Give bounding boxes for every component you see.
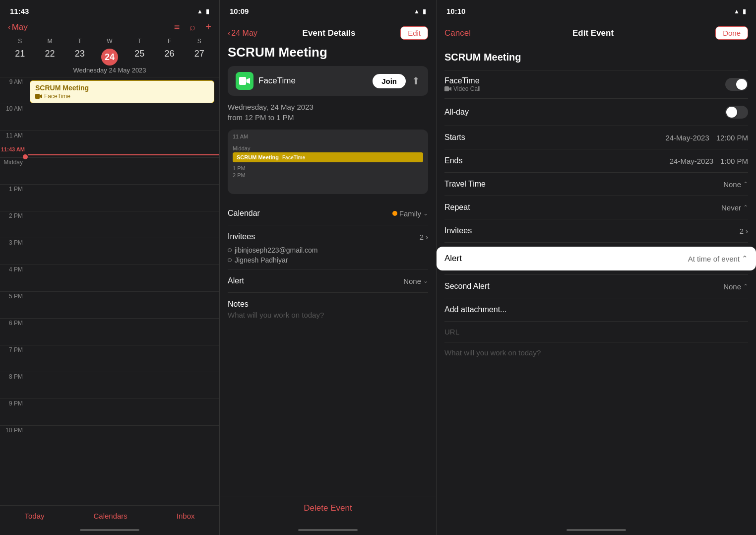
invitees-edit-row[interactable]: Invitees 2 › xyxy=(444,219,748,243)
event-name-field[interactable]: SCRUM Meeting xyxy=(444,45,748,70)
status-bar-p1: 11:43 ▲ ▮ xyxy=(0,0,219,19)
edit-event-title: Edit Event xyxy=(572,28,614,38)
allday-row: All-day xyxy=(444,99,748,126)
ends-row[interactable]: Ends 24-May-2023 1:00 PM xyxy=(444,149,748,173)
edit-event-form: SCRUM Meeting FaceTime Video Call All-da… xyxy=(437,45,756,363)
allday-toggle[interactable] xyxy=(725,106,748,119)
starts-row[interactable]: Starts 24-May-2023 12:00 PM xyxy=(444,126,748,149)
second-alert-row[interactable]: Second Alert None ⌃ xyxy=(444,275,748,298)
calendar-color-dot xyxy=(392,211,397,216)
scrum-meeting-event[interactable]: SCRUM Meeting FaceTime xyxy=(30,80,214,103)
event-time-range: from 12 PM to 1 PM xyxy=(228,113,428,122)
add-event-icon[interactable]: + xyxy=(205,21,211,33)
edit-event-panel: 10:10 ▲ ▮ Cancel Edit Event Done SCRUM M… xyxy=(437,0,756,535)
notes-label: Notes xyxy=(228,300,428,309)
wifi-icon-p2: ▲ xyxy=(414,8,420,15)
time-p2: 10:09 xyxy=(230,7,249,15)
week-dates: 21 22 23 24 25 26 27 xyxy=(0,47,219,67)
invitees-info-row[interactable]: Invitees 2 › xyxy=(228,225,428,243)
calendar-panel: 11:43 ▲ ▮ ‹ May ≡ ⌕ + S M T W T F S 21 2… xyxy=(0,0,220,535)
alert-info-row[interactable]: Alert None ⌄ xyxy=(228,269,428,293)
facetime-label: FaceTime xyxy=(258,76,296,86)
svg-rect-4 xyxy=(444,86,449,91)
edit-button[interactable]: Edit xyxy=(400,26,428,40)
battery-icon-p1: ▮ xyxy=(206,8,209,15)
event-details-panel: 10:09 ▲ ▮ ‹ 24 May Event Details Edit SC… xyxy=(220,0,437,535)
done-button[interactable]: Done xyxy=(715,26,748,40)
event-date: Wednesday, 24 May 2023 xyxy=(228,103,428,111)
svg-rect-2 xyxy=(239,77,246,85)
share-icon[interactable]: ⬆ xyxy=(412,75,420,87)
inbox-tab[interactable]: Inbox xyxy=(177,512,195,520)
event-details-content: SCRUM Meeting FaceTime Join ⬆ Wednesday,… xyxy=(220,45,436,319)
mini-time-midday: Midday xyxy=(233,145,423,151)
back-button-p2[interactable]: ‹ 24 May xyxy=(228,29,257,38)
calendar-info-row: Calendar Family ⌄ xyxy=(228,202,428,225)
battery-icon-p2: ▮ xyxy=(423,8,426,15)
join-button[interactable]: Join xyxy=(373,74,406,88)
invitee-2: Jignesh Padhiyar xyxy=(228,255,428,265)
home-indicator-p3 xyxy=(567,529,626,531)
status-bar-p3: 10:10 ▲ ▮ xyxy=(437,0,756,19)
facetime-edit-row: FaceTime Video Call xyxy=(444,70,748,99)
facetime-row: FaceTime Join ⬆ xyxy=(228,66,428,96)
repeat-row[interactable]: Repeat Never ⌃ xyxy=(444,196,748,219)
week-day-headers: S M T W T F S xyxy=(0,36,219,47)
mini-time-11am: 11 AM xyxy=(233,134,423,139)
cancel-button[interactable]: Cancel xyxy=(444,28,471,38)
wifi-icon-p3: ▲ xyxy=(734,8,740,15)
event-title-p2: SCRUM Meeting xyxy=(228,45,428,60)
time-p3: 10:10 xyxy=(446,7,465,15)
home-indicator-p2 xyxy=(298,529,358,531)
calendar-nav: ‹ May ≡ ⌕ + xyxy=(0,19,219,36)
wifi-icon-p1: ▲ xyxy=(197,8,203,15)
travel-time-row[interactable]: Travel Time None ⌃ xyxy=(444,173,748,196)
battery-icon-p3: ▮ xyxy=(743,8,746,15)
home-indicator-p1 xyxy=(80,529,139,531)
time-p1: 11:43 xyxy=(10,7,29,15)
status-bar-p2: 10:09 ▲ ▮ xyxy=(220,0,436,19)
calendars-tab[interactable]: Calendars xyxy=(93,512,127,520)
mini-event-bar[interactable]: SCRUM Meeting FaceTime xyxy=(233,152,423,162)
svg-marker-3 xyxy=(247,78,251,84)
event-details-title: Event Details xyxy=(303,28,356,38)
add-attachment-row[interactable]: Add attachment... xyxy=(444,298,748,322)
mini-time-1pm: 1 PM xyxy=(233,165,423,171)
invitee-1: jibinjoseph223@gmail.com xyxy=(228,245,428,255)
facetime-icon xyxy=(236,72,253,90)
notes-placeholder[interactable]: What will you work on today? xyxy=(228,311,428,319)
week-label: Wednesday 24 May 2023 xyxy=(0,67,219,77)
svg-marker-5 xyxy=(449,87,452,91)
back-may-button[interactable]: ‹ May xyxy=(8,22,28,32)
facetime-toggle[interactable] xyxy=(725,78,748,91)
timeline[interactable]: 9 AM 10 AM 11 AM 11:43 AM Midday SCRUM M… xyxy=(0,77,219,498)
notes-field[interactable]: What will you work on today? xyxy=(444,342,748,363)
search-icon[interactable]: ⌕ xyxy=(189,21,195,33)
today-tab[interactable]: Today xyxy=(24,512,44,520)
current-time-indicator: 11:43 AM xyxy=(0,150,219,159)
invitees-list: jibinjoseph223@gmail.com Jignesh Padhiya… xyxy=(228,243,428,269)
mini-calendar-view: 11 AM Midday SCRUM Meeting FaceTime 1 PM… xyxy=(228,130,428,194)
svg-rect-0 xyxy=(35,94,40,99)
edit-event-header: Cancel Edit Event Done xyxy=(437,19,756,45)
svg-marker-1 xyxy=(40,94,43,98)
alert-edit-row[interactable]: Alert At time of event ⌃ xyxy=(437,247,756,270)
mini-time-2pm: 2 PM xyxy=(233,172,423,178)
list-view-icon[interactable]: ≡ xyxy=(174,21,180,33)
today-date[interactable]: 24 xyxy=(101,49,118,66)
delete-event-button[interactable]: Delete Event xyxy=(220,496,436,520)
url-field[interactable]: URL xyxy=(444,322,748,342)
event-details-header: ‹ 24 May Event Details Edit xyxy=(220,19,436,45)
